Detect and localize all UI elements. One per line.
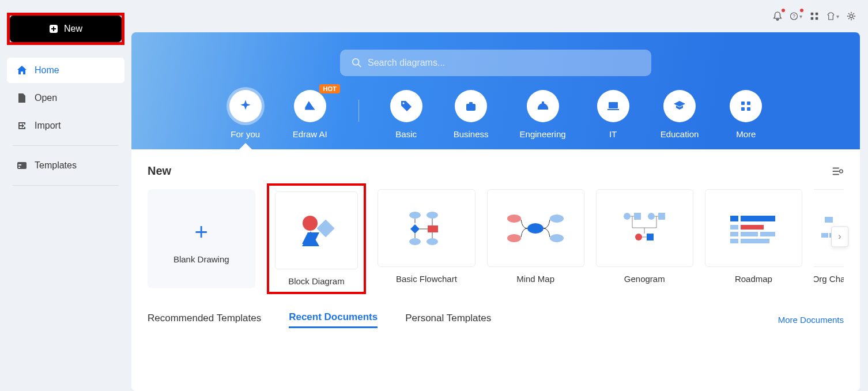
svg-rect-63 bbox=[741, 216, 775, 221]
hardhat-icon bbox=[536, 99, 550, 113]
category-it[interactable]: IT bbox=[597, 90, 629, 149]
svg-point-12 bbox=[850, 14, 852, 17]
svg-rect-2 bbox=[51, 28, 56, 29]
flowchart-icon bbox=[398, 208, 455, 249]
svg-rect-60 bbox=[647, 234, 654, 240]
notification-dot-icon bbox=[782, 9, 785, 12]
graduation-icon bbox=[673, 99, 686, 113]
sidebar-item-label: Home bbox=[35, 65, 59, 76]
svg-point-47 bbox=[550, 215, 564, 223]
scroll-next-button[interactable]: › bbox=[831, 226, 848, 247]
svg-rect-8 bbox=[811, 13, 814, 16]
category-for-you[interactable]: For you bbox=[229, 90, 262, 149]
category-business[interactable]: Business bbox=[454, 90, 489, 149]
new-button[interactable]: New bbox=[10, 16, 122, 42]
category-label: More bbox=[736, 129, 756, 149]
category-edraw-ai[interactable]: HOT Edraw AI bbox=[293, 90, 327, 149]
template-label: Org Cha bbox=[814, 274, 844, 284]
genogram-icon bbox=[616, 208, 673, 249]
template-card-basic-flowchart[interactable]: Basic Flowchart bbox=[378, 189, 475, 288]
tshirt-button[interactable]: ▾ bbox=[827, 10, 839, 22]
svg-rect-36 bbox=[428, 225, 438, 232]
templates-icon bbox=[16, 160, 28, 171]
help-icon: ? bbox=[790, 11, 798, 21]
svg-rect-10 bbox=[811, 17, 814, 20]
grid-icon bbox=[739, 99, 753, 113]
svg-rect-26 bbox=[833, 171, 839, 172]
tab-personal[interactable]: Personal Templates bbox=[405, 313, 491, 328]
svg-rect-20 bbox=[607, 109, 619, 110]
sidebar-item-templates[interactable]: Templates bbox=[7, 153, 124, 178]
apps-button[interactable] bbox=[808, 10, 821, 22]
template-card-roadmap[interactable]: Roadmap bbox=[705, 189, 802, 288]
plus-icon: + bbox=[195, 219, 208, 245]
category-more[interactable]: More bbox=[730, 90, 762, 149]
svg-rect-71 bbox=[825, 217, 833, 223]
svg-rect-24 bbox=[747, 107, 750, 111]
roadmap-icon bbox=[724, 211, 782, 246]
svg-rect-23 bbox=[741, 107, 745, 111]
category-label: For you bbox=[231, 129, 260, 149]
category-education[interactable]: Education bbox=[661, 90, 699, 149]
svg-rect-25 bbox=[833, 167, 839, 168]
sidebar-item-label: Import bbox=[35, 121, 61, 131]
list-settings-icon[interactable] bbox=[831, 165, 844, 178]
notifications-button[interactable] bbox=[771, 10, 784, 22]
template-thumb bbox=[275, 191, 358, 269]
search-icon bbox=[352, 58, 362, 68]
home-icon bbox=[16, 65, 28, 76]
template-card-block-diagram[interactable]: Block Diagram bbox=[267, 183, 367, 294]
svg-point-29 bbox=[303, 216, 318, 231]
help-button[interactable]: ? ▾ bbox=[790, 10, 802, 22]
category-engineering[interactable]: Engineering bbox=[520, 90, 566, 149]
more-documents-link[interactable]: More Documents bbox=[778, 315, 844, 325]
svg-line-14 bbox=[358, 65, 361, 67]
laptop-icon bbox=[606, 99, 620, 113]
svg-rect-9 bbox=[816, 13, 818, 16]
template-thumb bbox=[378, 189, 475, 267]
sidebar-divider bbox=[13, 145, 119, 146]
svg-point-38 bbox=[427, 238, 438, 245]
new-section-title: New bbox=[148, 164, 171, 178]
hero-banner: For you HOT Edraw AI Basic Business bbox=[131, 32, 860, 149]
svg-point-37 bbox=[409, 238, 421, 245]
svg-rect-69 bbox=[730, 239, 738, 243]
sidebar-item-import[interactable]: Import bbox=[7, 113, 124, 138]
category-basic[interactable]: Basic bbox=[390, 90, 422, 149]
template-label: Blank Drawing bbox=[173, 254, 229, 264]
template-label: Basic Flowchart bbox=[396, 274, 457, 284]
tab-recent[interactable]: Recent Documents bbox=[289, 311, 378, 328]
template-card-genogram[interactable]: Genogram bbox=[596, 189, 693, 288]
svg-rect-30 bbox=[316, 219, 334, 237]
svg-point-33 bbox=[409, 212, 421, 219]
template-card-mind-map[interactable]: Mind Map bbox=[487, 189, 584, 288]
svg-rect-65 bbox=[741, 225, 764, 230]
file-icon bbox=[16, 92, 28, 104]
category-label: Education bbox=[661, 129, 699, 149]
new-button-highlight: New bbox=[7, 13, 124, 45]
search-input[interactable] bbox=[368, 58, 640, 68]
svg-point-46 bbox=[507, 234, 521, 242]
chevron-right-icon: › bbox=[838, 231, 841, 242]
sidebar-item-open[interactable]: Open bbox=[7, 85, 124, 111]
sidebar-item-label: Open bbox=[35, 93, 57, 103]
svg-rect-16 bbox=[466, 104, 475, 111]
svg-point-34 bbox=[427, 212, 438, 219]
ai-icon bbox=[303, 99, 318, 114]
svg-text:?: ? bbox=[792, 14, 795, 19]
tab-recommended[interactable]: Recommended Templates bbox=[148, 313, 261, 328]
svg-rect-67 bbox=[741, 232, 758, 236]
settings-button[interactable] bbox=[845, 10, 858, 22]
svg-point-59 bbox=[635, 234, 642, 240]
sidebar-item-home[interactable]: Home bbox=[7, 58, 124, 83]
svg-rect-64 bbox=[730, 225, 738, 230]
briefcase-icon bbox=[464, 99, 478, 113]
document-tabs: Recommended Templates Recent Documents P… bbox=[148, 311, 844, 328]
plus-square-icon bbox=[49, 24, 58, 33]
template-thumb bbox=[596, 189, 693, 267]
search-bar[interactable] bbox=[340, 50, 651, 76]
svg-rect-11 bbox=[816, 17, 818, 20]
template-card-blank[interactable]: + Blank Drawing bbox=[148, 189, 255, 288]
svg-point-51 bbox=[648, 213, 655, 220]
gear-icon bbox=[846, 11, 856, 21]
